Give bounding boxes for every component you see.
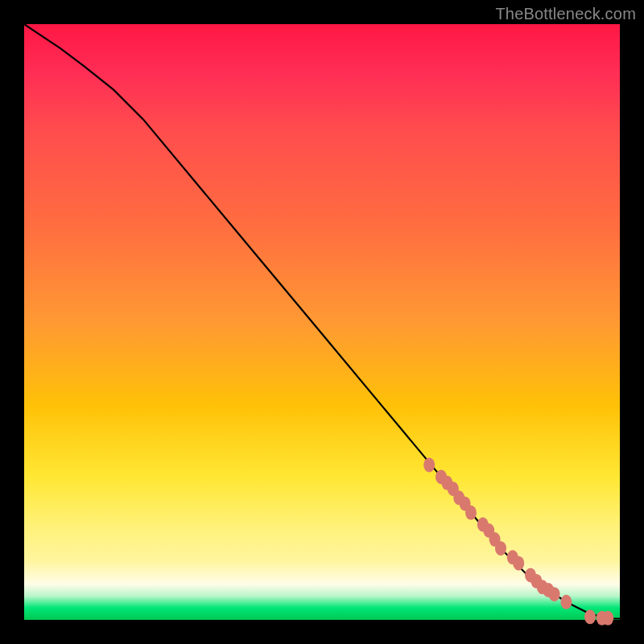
chart-points [423,458,613,625]
data-point [513,556,524,571]
data-point [602,611,613,625]
chart-svg [24,24,620,620]
data-point [495,541,506,555]
data-point [584,609,596,624]
watermark-text: TheBottleneck.com [495,5,636,23]
chart-line [24,24,620,619]
data-point [465,506,477,520]
chart-container: TheBottleneck.com [0,0,644,644]
data-point [549,587,560,601]
data-point [560,595,572,609]
data-point [423,458,435,473]
